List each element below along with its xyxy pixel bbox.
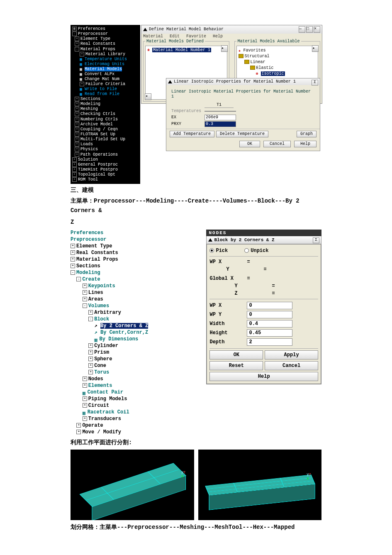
tree-item[interactable]: +Loads — [72, 142, 139, 147]
tree-item[interactable]: -Block — [71, 316, 190, 323]
scroll-up-icon[interactable]: ▴ — [312, 45, 319, 52]
tree-item[interactable]: +Arbitrary — [71, 309, 190, 316]
help-button[interactable]: Help — [294, 141, 317, 147]
tree-item[interactable]: +Cylinder — [71, 342, 190, 349]
tree-item[interactable]: -Volumes — [71, 303, 190, 309]
tree-item[interactable]: +Physics — [72, 147, 139, 152]
add-temperature-button[interactable]: Add Temperature — [170, 131, 214, 137]
reset-button[interactable]: Reset — [209, 361, 263, 370]
tree-item[interactable]: +TimeHist Postpro — [72, 167, 139, 172]
tree-item[interactable]: +Prism — [71, 349, 190, 356]
tree-item[interactable]: ▦Contact Pair — [71, 389, 190, 396]
tree-item[interactable]: +Sphere — [71, 356, 190, 362]
scroll-up-icon[interactable]: ▴ — [221, 45, 228, 52]
tree-item[interactable]: +Multi-field Set Up — [72, 137, 139, 142]
close-button[interactable]: × — [314, 26, 320, 33]
main-menu-tree[interactable]: ▦Preferences -Preprocessor +Element Type… — [71, 25, 140, 184]
dialog-title-bar[interactable]: Linear Isotropic Properties for Material… — [166, 78, 320, 85]
ok-button[interactable]: OK — [209, 350, 263, 359]
mat-tree-item-selected[interactable]: ❀ Isotropic — [239, 71, 317, 77]
tree-item[interactable]: +Operate — [71, 422, 190, 429]
tree-item[interactable]: +Torus — [71, 369, 190, 376]
unpick-radio[interactable] — [244, 248, 249, 253]
tree-item[interactable]: +FLOTRAN Set Up — [72, 132, 139, 137]
wpx-input[interactable]: 0 — [247, 302, 292, 309]
ok-button[interactable]: OK — [239, 141, 260, 147]
tree-item[interactable]: +Elements — [71, 382, 190, 389]
tree-item[interactable]: -Material Props — [72, 47, 139, 52]
tree-item[interactable]: +Sections — [72, 97, 139, 102]
tree-item[interactable]: ▦Convert ALPx — [72, 72, 139, 77]
menu-item[interactable]: Edit — [170, 34, 180, 39]
close-button[interactable]: Σ — [312, 80, 318, 86]
tree-item[interactable]: +General Postproc — [72, 162, 139, 167]
tree-item[interactable]: ▦Write to File — [72, 87, 139, 92]
menu-item[interactable]: Favorite — [186, 34, 206, 39]
tree-item[interactable]: +Keypoints — [71, 283, 190, 289]
tree-item[interactable]: ▦Racetrack Coil — [71, 409, 190, 416]
tree-item[interactable]: +Piping Models — [71, 396, 190, 402]
tree-item[interactable]: +Lines — [71, 289, 190, 296]
pick-radio[interactable] — [209, 248, 214, 253]
tree-item[interactable]: +Real Constants — [71, 249, 190, 256]
tree-item[interactable]: -Modeling — [71, 269, 190, 276]
tree-item[interactable]: +Real Constants — [72, 42, 139, 46]
tree-item[interactable]: +Element Type — [72, 37, 139, 42]
tree-item[interactable]: ▦Electromag Units — [72, 62, 139, 67]
tree-item[interactable]: +Cone — [71, 362, 190, 369]
tree-item[interactable]: -Create — [71, 276, 190, 283]
tree-item[interactable]: +Failure Criteria — [72, 82, 139, 87]
tree-item[interactable]: ↗ By Centr,Cornr,Z — [71, 329, 190, 336]
ex-input[interactable]: 206e9 — [205, 115, 236, 120]
modeling-tree[interactable]: Preferences Preprocessor +Element Type +… — [71, 230, 190, 435]
maximize-button[interactable]: □ — [306, 26, 313, 33]
tree-item[interactable]: +Element Type — [71, 243, 190, 249]
tree-item-selected[interactable]: ↗ By 2 Corners & Z — [71, 323, 190, 329]
tree-item[interactable]: ▦Temperature Units — [72, 57, 139, 62]
tree-item[interactable]: +Solution — [72, 157, 139, 162]
tree-item[interactable]: +Meshing — [72, 107, 139, 112]
dialog-title-bar[interactable]: Block by 2 Corners & Z Σ — [207, 236, 321, 244]
tree-item[interactable]: Preprocessor — [71, 236, 190, 243]
tree-item[interactable]: ▦Preferences — [72, 27, 139, 32]
tree-item[interactable]: +Areas — [71, 296, 190, 303]
tree-item[interactable]: Preferences — [71, 230, 190, 236]
wpy-input[interactable]: 0 — [247, 311, 292, 318]
tree-item[interactable]: ▦Change Mat Num — [72, 77, 139, 82]
temperature-input[interactable] — [205, 111, 236, 112]
tree-item[interactable]: +Nodes — [71, 376, 190, 382]
tree-item[interactable]: +Topological Opt — [72, 172, 139, 177]
tree-item[interactable]: +Archive Model — [72, 122, 139, 127]
graph-button[interactable]: Graph — [297, 131, 317, 137]
tree-item[interactable]: +Coupling / Ceqn — [72, 127, 139, 132]
tree-item[interactable]: ▦By Dimensions — [71, 336, 190, 342]
minimize-button[interactable]: ‒ — [299, 26, 305, 33]
tree-item[interactable]: +Checking Ctrls — [72, 112, 139, 117]
scroll-left-icon[interactable]: ◂ — [145, 93, 151, 100]
cancel-button[interactable]: Cancel — [265, 361, 318, 370]
tree-item[interactable]: +ROM Tool — [72, 177, 139, 182]
mat-tree-item[interactable]: ★Favorites — [239, 48, 317, 54]
prxy-input[interactable]: 0.3 — [205, 121, 236, 127]
tree-item[interactable]: +Circuit — [71, 402, 190, 409]
help-button[interactable]: Help — [209, 372, 318, 381]
delete-temperature-button[interactable]: Delete Temperature — [216, 131, 268, 137]
window-title-bar[interactable]: Define Material Model Behavior ‒ □ × — [141, 25, 322, 34]
tree-item[interactable]: +Path Operations — [72, 152, 139, 157]
tree-item[interactable]: +Material Library — [72, 52, 139, 57]
menu-item[interactable]: Material — [143, 34, 163, 39]
mat-tree-item[interactable]: Structural — [239, 54, 317, 59]
tree-item[interactable]: +Sections — [71, 263, 190, 269]
window-menu[interactable]: Material Edit Favorite Help — [141, 34, 322, 39]
mat-tree-item[interactable]: Elastic — [239, 65, 317, 71]
tree-item[interactable]: +Numbering Ctrls — [72, 117, 139, 122]
defined-material-item[interactable]: ❀ Material Model Number 1 — [147, 48, 225, 53]
tree-item[interactable]: -Preprocessor — [72, 32, 139, 37]
apply-button[interactable]: Apply — [265, 350, 318, 359]
tree-item[interactable]: +Modeling — [72, 102, 139, 107]
menu-item[interactable]: Help — [213, 34, 223, 39]
cancel-button[interactable]: Cancel — [263, 141, 291, 147]
tree-item[interactable]: +Material Props — [71, 256, 190, 263]
close-button[interactable]: Σ — [313, 237, 319, 243]
width-input[interactable]: 0.4 — [247, 320, 292, 328]
